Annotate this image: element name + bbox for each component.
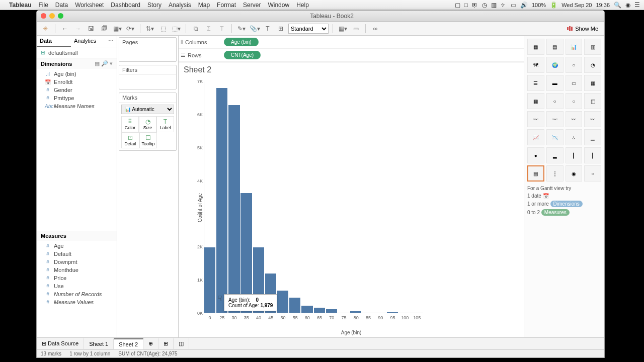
showme-chart-type[interactable]: ◫ — [584, 93, 601, 109]
showme-chart-type[interactable]: ▥ — [584, 39, 601, 55]
display-icon[interactable]: □ — [464, 2, 468, 9]
group-button[interactable]: ⧉ — [190, 24, 201, 34]
menu-map[interactable]: Map — [198, 2, 210, 9]
bar[interactable] — [204, 247, 216, 313]
measure-item[interactable]: #Number of Records — [37, 290, 117, 298]
show-me-button[interactable]: Show Me — [564, 25, 601, 33]
menu-story[interactable]: Story — [147, 2, 162, 9]
close-button[interactable] — [41, 13, 46, 19]
showme-chart-type[interactable]: ▂ — [546, 147, 564, 163]
showme-chart-type[interactable]: ○ — [584, 165, 601, 182]
minimize-button[interactable] — [49, 13, 55, 19]
showme-chart-type[interactable]: 〰 — [527, 111, 544, 127]
showme-chart-type[interactable]: ▤ — [546, 39, 564, 55]
menu-data[interactable]: Data — [55, 2, 68, 9]
tableau-logo-icon[interactable]: ✳ — [40, 24, 51, 34]
showme-chart-type[interactable]: 〰 — [584, 111, 601, 127]
showme-chart-type[interactable]: ○ — [546, 93, 564, 109]
showme-chart-type[interactable]: 〰 — [546, 111, 564, 127]
marks-card[interactable]: Marks 📊 Automatic ⠿Color ◔Size TLabel ⊡D… — [119, 93, 177, 151]
zoom-button[interactable] — [58, 13, 63, 19]
measure-item[interactable]: #Monthdue — [37, 266, 117, 274]
columns-pill[interactable]: Age (bin) — [224, 38, 259, 46]
rows-shelf[interactable]: ☰Rows CNT(Age) — [179, 49, 524, 62]
showme-chart-type[interactable]: ◉ — [566, 165, 583, 182]
stats-icon[interactable]: ▥ — [491, 2, 497, 9]
showme-chart-type[interactable]: ▬ — [546, 75, 564, 91]
new-dashboard-button[interactable]: ⊞ — [158, 338, 174, 349]
highlight-button[interactable]: ✎▾ — [236, 24, 247, 34]
showme-chart-type[interactable]: ○ — [566, 93, 583, 109]
measure-item[interactable]: #Price — [37, 274, 117, 282]
screencast-icon[interactable]: ▢ — [455, 2, 460, 9]
showme-chart-type[interactable]: 🌍 — [546, 57, 564, 73]
measure-item[interactable]: #Measure Values — [37, 298, 117, 306]
wifi-icon[interactable]: ᯤ — [501, 2, 507, 9]
airplay-icon[interactable]: ▭ — [511, 2, 516, 9]
marks-detail[interactable]: ⊡Detail — [121, 132, 139, 148]
measure-item[interactable]: #Age — [37, 242, 117, 250]
view-cards-button[interactable]: ▦▾ — [337, 24, 348, 34]
label-button[interactable]: T — [262, 24, 273, 34]
tab-analytics[interactable]: Analytics — [71, 36, 105, 47]
dimension-item[interactable]: #Gender — [37, 86, 117, 94]
columns-shelf[interactable]: ⦀Columns Age (bin) — [179, 36, 524, 49]
bar[interactable] — [301, 306, 313, 313]
bar[interactable] — [326, 309, 338, 313]
tab-sheet-2[interactable]: Sheet 2 — [114, 338, 143, 349]
bar[interactable] — [314, 308, 326, 313]
tab-data-source[interactable]: ⊞ Data Source — [37, 338, 84, 349]
showme-chart-type[interactable]: 📉 — [546, 129, 564, 145]
app-name[interactable]: Tableau — [9, 2, 31, 9]
tab-sheet-1[interactable]: Sheet 1 — [84, 339, 114, 349]
sort-asc-button[interactable]: ⬚ — [157, 24, 169, 34]
clock-icon[interactable]: ◷ — [482, 2, 487, 9]
duplicate-button[interactable]: ⟳▾ — [125, 24, 136, 34]
menu-window[interactable]: Window — [268, 2, 289, 9]
showme-chart-type[interactable]: ◔ — [584, 57, 601, 73]
menu-worksheet[interactable]: Worksheet — [75, 2, 104, 9]
bar[interactable] — [350, 311, 362, 313]
showme-chart-type[interactable]: ⫰ — [566, 129, 583, 145]
filters-shelf[interactable]: Filters — [119, 65, 177, 89]
dimension-item[interactable]: .ılAge (bin) — [37, 70, 117, 78]
siri-icon[interactable]: ◉ — [625, 2, 630, 9]
showme-chart-type[interactable]: ☰ — [527, 75, 544, 91]
mark-type-select[interactable]: 📊 Automatic — [121, 105, 174, 114]
viz-canvas[interactable]: Count of Age 0K1K2K3K4K5K6K7K 0253035404… — [179, 77, 524, 337]
save-button[interactable]: 🖫 — [86, 24, 97, 34]
new-sheet-button[interactable]: ⊕ — [143, 338, 158, 349]
showme-chart-type[interactable]: ○ — [566, 57, 583, 73]
pin-button[interactable]: 📎▾ — [249, 24, 260, 34]
showme-chart-type[interactable]: ▦ — [584, 75, 601, 91]
showme-chart-type[interactable]: ▦ — [527, 39, 544, 55]
measure-item[interactable]: #Default — [37, 250, 117, 258]
bar[interactable] — [216, 88, 228, 313]
measure-item[interactable]: #Use — [37, 282, 117, 290]
showme-chart-type[interactable]: 📈 — [527, 129, 544, 145]
dimension-item[interactable]: #Pmttype — [37, 94, 117, 102]
forward-button[interactable]: → — [72, 24, 84, 34]
bar[interactable] — [228, 105, 240, 313]
menu-help[interactable]: Help — [296, 2, 309, 9]
bar[interactable] — [289, 298, 301, 313]
showme-chart-type[interactable]: ▭ — [566, 75, 583, 91]
datasource-item[interactable]: ⊞ defaultsmall — [37, 47, 117, 58]
fix-axis-button[interactable]: ⊞ — [275, 24, 286, 34]
sort-desc-button[interactable]: ⬚▾ — [171, 24, 182, 34]
fit-select[interactable]: Standard — [288, 24, 329, 34]
search-icon[interactable]: 🔍 — [614, 2, 621, 9]
volume-icon[interactable]: 🔊 — [520, 2, 528, 9]
tab-menu-icon[interactable]: ⋯ — [105, 36, 117, 47]
showme-chart-type[interactable]: ┆ — [546, 165, 564, 182]
rows-pill[interactable]: CNT(Age) — [224, 51, 261, 59]
back-button[interactable]: ← — [59, 24, 70, 34]
sheet-title[interactable]: Sheet 2 — [179, 62, 524, 77]
menu-dashboard[interactable]: Dashboard — [111, 2, 140, 9]
bar[interactable] — [387, 312, 398, 313]
showme-chart-type[interactable]: 🗺 — [527, 57, 544, 73]
pages-shelf[interactable]: Pages — [119, 37, 177, 62]
battery-icon[interactable]: 🔋 — [550, 2, 557, 9]
new-data-button[interactable]: 🗐 — [99, 24, 110, 34]
shield-icon[interactable]: ⛨ — [472, 2, 478, 9]
